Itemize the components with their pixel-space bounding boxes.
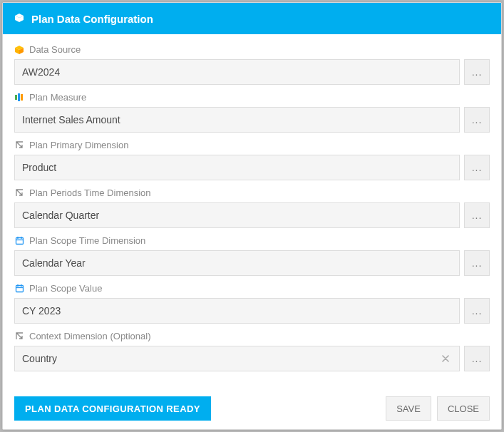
save-button[interactable]: SAVE (386, 396, 431, 421)
field-primary-dimension: Plan Primary Dimension Product ... (14, 140, 490, 180)
bar-chart-icon (14, 93, 24, 103)
dimension-icon (14, 331, 24, 341)
dimension-icon (14, 140, 24, 150)
dialog-footer: PLAN DATA CONFIGURATION READY SAVE CLOSE (3, 388, 501, 429)
label-text: Context Dimension (Optional) (29, 331, 151, 341)
svg-rect-6 (16, 238, 23, 245)
clear-context-dimension-button[interactable] (439, 352, 452, 365)
cube-icon (14, 13, 24, 25)
label-scope-value: Plan Scope Value (14, 283, 490, 294)
label-text: Plan Measure (29, 92, 86, 103)
value: CY 2023 (22, 305, 452, 317)
cube-icon (14, 45, 24, 55)
field-context-dimension: Context Dimension (Optional) Country ... (14, 331, 490, 371)
value: Calendar Quarter (22, 210, 452, 221)
field-data-source: Data Source AW2024 ... (14, 44, 490, 85)
label-text: Data Source (29, 44, 81, 55)
input-context-dimension[interactable]: Country (14, 346, 460, 371)
browse-context-dimension-button[interactable]: ... (464, 346, 490, 371)
input-data-source[interactable]: AW2024 (14, 59, 460, 85)
dialog-header: Plan Data Configuration (3, 3, 501, 34)
value: AW2024 (22, 66, 452, 78)
field-periods-dimension: Plan Periods Time Dimension Calendar Qua… (14, 187, 490, 228)
input-plan-measure[interactable]: Internet Sales Amount (14, 107, 460, 133)
label-text: Plan Primary Dimension (29, 140, 128, 150)
field-scope-dimension: Plan Scope Time Dimension Calendar Year … (14, 235, 490, 276)
label-scope-dimension: Plan Scope Time Dimension (14, 235, 490, 246)
calendar-icon (14, 284, 24, 294)
svg-rect-10 (16, 286, 23, 292)
browse-periods-dimension-button[interactable]: ... (464, 202, 490, 228)
browse-plan-measure-button[interactable]: ... (464, 107, 490, 133)
dialog-body: Data Source AW2024 ... Plan Measure Inte… (3, 34, 501, 388)
browse-scope-dimension-button[interactable]: ... (464, 250, 490, 276)
browse-scope-value-button[interactable]: ... (464, 298, 490, 324)
input-periods-dimension[interactable]: Calendar Quarter (14, 202, 460, 228)
label-plan-measure: Plan Measure (14, 92, 490, 103)
close-button[interactable]: CLOSE (437, 396, 490, 421)
label-periods-dimension: Plan Periods Time Dimension (14, 187, 490, 198)
field-plan-measure: Plan Measure Internet Sales Amount ... (14, 92, 490, 133)
browse-primary-dimension-button[interactable]: ... (464, 155, 490, 180)
dialog-title: Plan Data Configuration (31, 13, 153, 25)
plan-config-ready-button[interactable]: PLAN DATA CONFIGURATION READY (14, 396, 211, 421)
browse-data-source-button[interactable]: ... (464, 59, 490, 85)
label-text: Plan Scope Time Dimension (29, 235, 145, 246)
label-primary-dimension: Plan Primary Dimension (14, 140, 490, 150)
value: Product (22, 162, 452, 173)
input-scope-value[interactable]: CY 2023 (14, 298, 460, 324)
value: Internet Sales Amount (22, 114, 452, 125)
label-text: Plan Periods Time Dimension (29, 187, 151, 198)
value: Country (22, 353, 439, 364)
calendar-icon (14, 236, 24, 246)
plan-data-config-dialog: Plan Data Configuration Data Source AW20… (2, 2, 502, 430)
input-primary-dimension[interactable]: Product (14, 155, 460, 180)
value: Calendar Year (22, 257, 452, 269)
input-scope-dimension[interactable]: Calendar Year (14, 250, 460, 276)
label-text: Plan Scope Value (29, 283, 102, 294)
label-data-source: Data Source (14, 44, 490, 55)
field-scope-value: Plan Scope Value CY 2023 ... (14, 283, 490, 324)
label-context-dimension: Context Dimension (Optional) (14, 331, 490, 341)
dimension-icon (14, 188, 24, 198)
